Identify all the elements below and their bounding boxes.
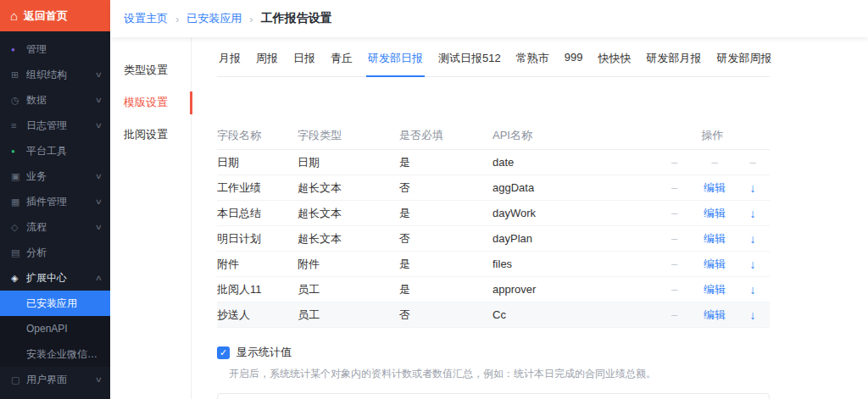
sidebar-item[interactable]: 安装企业微信应用 <box>0 341 110 367</box>
edit-link[interactable]: 编辑 <box>693 180 736 196</box>
sidebar-item-icon: ● <box>11 46 26 53</box>
cell-required: 是 <box>399 282 492 297</box>
report-tab[interactable]: 日报 <box>292 49 317 76</box>
move-down-icon[interactable]: ↓ <box>736 181 770 195</box>
sidebar-item-label: 用户界面 <box>26 373 96 387</box>
report-tab[interactable]: 周报 <box>254 49 280 76</box>
sidebar-item[interactable]: ▦ 插件管理 ∨ <box>0 189 110 214</box>
next-section-card <box>217 393 770 399</box>
check-icon: ✓ <box>220 347 227 357</box>
home-icon: ⌂ <box>10 8 18 23</box>
sidebar-item[interactable]: ◇ 流程 ∨ <box>0 214 110 240</box>
sidebar-item-label: OpenAPI <box>26 323 102 335</box>
sidebar-item[interactable]: ◷ 数据 ∨ <box>0 87 110 113</box>
edit-link[interactable]: 编辑 <box>693 308 736 323</box>
sidebar: ⌂ 返回首页 ● 管理 ⊞ 组织结构 ∨ ◷ 数据 <box>0 0 110 399</box>
sidebar-item[interactable]: 已安装应用 <box>0 291 110 316</box>
report-tab[interactable]: 研发部周报 <box>715 49 773 76</box>
chevron-icon: ∨ <box>95 96 103 104</box>
sidebar-item-label: 平台工具 <box>26 144 102 158</box>
sidebar-item[interactable]: ≡ 日志管理 ∨ <box>0 113 110 138</box>
sidebar-item[interactable]: ▣ 业务 ∨ <box>0 163 110 189</box>
sidebar-item-icon: ≡ <box>11 120 26 130</box>
move-down-icon[interactable]: ↓ <box>736 232 770 246</box>
move-down-icon[interactable]: – <box>736 156 770 169</box>
breadcrumb-link[interactable]: 工作报告设置 <box>261 11 332 26</box>
move-down-icon[interactable]: ↓ <box>736 258 770 271</box>
cell-field-type: 员工 <box>298 282 399 297</box>
sidebar-nav: ● 管理 ⊞ 组织结构 ∨ ◷ 数据 ∨ ≡ 日 <box>0 31 110 392</box>
sidebar-item[interactable]: ◈ 扩展中心 ∧ <box>0 265 110 291</box>
fields-table: 字段名称 字段类型 是否必填 API名称 操作 日期 日期 <box>217 121 770 328</box>
report-tab[interactable]: 常熟市 <box>515 49 551 76</box>
sidebar-item-icon: ● <box>11 147 26 155</box>
edit-link[interactable]: – <box>693 156 736 169</box>
report-tab[interactable]: 快快快 <box>596 49 632 76</box>
report-tab[interactable]: 测试日报512 <box>437 49 503 76</box>
column-header-required: 是否必填 <box>399 128 492 143</box>
edit-link[interactable]: 编辑 <box>693 282 736 297</box>
report-tab-label: 快快快 <box>598 52 631 64</box>
report-tab[interactable]: 999 <box>563 49 585 76</box>
sidebar-item-icon: ◇ <box>11 222 26 233</box>
table-header-row: 字段名称 字段类型 是否必填 API名称 操作 <box>217 121 770 150</box>
subnav-item[interactable]: 模版设置 <box>110 86 191 119</box>
report-tab-label: 周报 <box>256 52 278 64</box>
sidebar-item-icon: ▤ <box>11 247 26 258</box>
sidebar-item[interactable]: ● 平台工具 <box>0 138 110 163</box>
report-tab[interactable]: 青丘 <box>329 49 354 76</box>
sidebar-item[interactable]: OpenAPI <box>0 316 110 341</box>
sidebar-item[interactable]: ● 管理 <box>0 36 110 62</box>
subnav-item[interactable]: 类型设置 <box>110 54 191 86</box>
sidebar-item[interactable]: ▢ 用户界面 ∨ <box>0 367 110 392</box>
statistics-toggle-row: ✓ 显示统计值 <box>217 345 770 360</box>
report-tab[interactable]: 研发部日报 <box>366 49 425 77</box>
cell-required: 否 <box>399 231 492 247</box>
sidebar-item[interactable]: ▤ 分析 <box>0 240 110 265</box>
breadcrumb-link[interactable]: 已安装应用 <box>186 11 242 26</box>
back-home-button[interactable]: ⌂ 返回首页 <box>0 0 110 31</box>
breadcrumb-link[interactable]: 设置主页 <box>124 11 168 26</box>
cell-field-name: 日期 <box>217 155 298 170</box>
breadcrumb-item: › 工作报告设置 <box>242 11 331 26</box>
report-tab-label: 常熟市 <box>516 52 549 64</box>
subnav-item-label: 类型设置 <box>124 63 168 78</box>
edit-link[interactable]: 编辑 <box>693 257 736 272</box>
cell-required: 是 <box>399 155 492 170</box>
sidebar-item[interactable]: ⊞ 组织结构 ∨ <box>0 62 110 87</box>
statistics-checkbox[interactable]: ✓ <box>217 346 230 359</box>
sidebar-item-label: 已安装应用 <box>26 296 102 311</box>
edit-link[interactable]: 编辑 <box>693 231 736 247</box>
chevron-icon: ∨ <box>95 375 103 384</box>
cell-field-name: 附件 <box>217 257 298 272</box>
sidebar-item-icon: ⊞ <box>11 69 26 80</box>
op-placeholder: – <box>655 283 693 296</box>
sidebar-item-label: 扩展中心 <box>26 271 96 285</box>
cell-field-type: 附件 <box>298 257 399 272</box>
move-down-icon[interactable]: ↓ <box>736 283 770 296</box>
cell-field-name: 批阅人11 <box>217 282 298 297</box>
report-tab[interactable]: 研发部月报 <box>644 49 703 76</box>
op-placeholder: – <box>655 308 693 321</box>
report-tab[interactable]: 月报 <box>217 49 242 76</box>
op-placeholder: – <box>655 258 693 270</box>
move-down-icon[interactable]: ↓ <box>736 308 770 322</box>
sidebar-item-label: 插件管理 <box>26 195 96 209</box>
chevron-icon: ∨ <box>95 197 103 206</box>
edit-link[interactable]: 编辑 <box>693 206 736 221</box>
cell-required: 是 <box>399 257 492 272</box>
subnav-item[interactable]: 批阅设置 <box>110 119 191 151</box>
chevron-icon: ∨ <box>95 223 103 231</box>
column-header-field-name: 字段名称 <box>217 128 298 143</box>
cell-required: 否 <box>399 308 492 323</box>
cell-api-name: Cc <box>492 308 655 321</box>
cell-field-name: 抄送人 <box>217 308 298 323</box>
move-down-icon[interactable]: ↓ <box>736 207 770 220</box>
app-window: ⌂ 返回首页 ● 管理 ⊞ 组织结构 ∨ ◷ 数据 <box>0 0 868 399</box>
op-placeholder: – <box>655 181 693 194</box>
cell-field-name: 工作业绩 <box>217 180 298 196</box>
op-placeholder: – <box>655 232 693 245</box>
cell-api-name: date <box>492 156 655 169</box>
cell-field-type: 超长文本 <box>298 206 399 221</box>
chevron-icon: ∨ <box>95 172 103 180</box>
